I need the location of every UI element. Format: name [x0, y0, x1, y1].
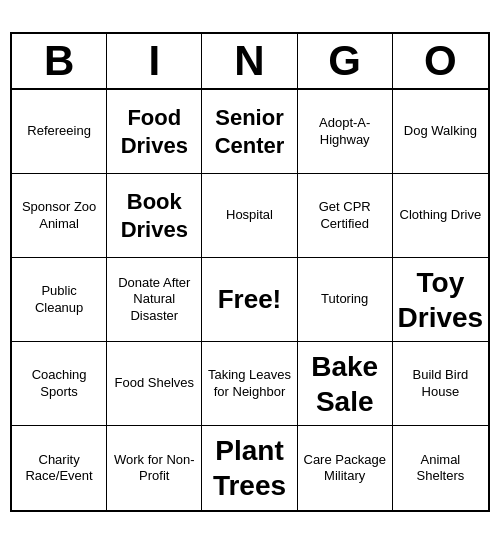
- bingo-cell: Toy Drives: [393, 258, 488, 342]
- bingo-cell: Food Drives: [107, 90, 202, 174]
- bingo-cell: Dog Walking: [393, 90, 488, 174]
- bingo-cell: Senior Center: [202, 90, 297, 174]
- bingo-card: BINGO RefereeingFood DrivesSenior Center…: [10, 32, 490, 512]
- bingo-cell: Donate After Natural Disaster: [107, 258, 202, 342]
- bingo-grid: RefereeingFood DrivesSenior CenterAdopt-…: [12, 90, 488, 510]
- bingo-cell: Charity Race/Event: [12, 426, 107, 510]
- bingo-header: BINGO: [12, 34, 488, 90]
- bingo-cell: Hospital: [202, 174, 297, 258]
- bingo-cell: Coaching Sports: [12, 342, 107, 426]
- bingo-cell: Get CPR Certified: [298, 174, 393, 258]
- bingo-cell: Refereeing: [12, 90, 107, 174]
- bingo-cell: Plant Trees: [202, 426, 297, 510]
- bingo-cell: Build Bird House: [393, 342, 488, 426]
- bingo-cell: Sponsor Zoo Animal: [12, 174, 107, 258]
- bingo-cell: Free!: [202, 258, 297, 342]
- header-letter: I: [107, 34, 202, 88]
- bingo-cell: Work for Non-Profit: [107, 426, 202, 510]
- bingo-cell: Clothing Drive: [393, 174, 488, 258]
- header-letter: B: [12, 34, 107, 88]
- bingo-cell: Adopt-A-Highway: [298, 90, 393, 174]
- bingo-cell: Public Cleanup: [12, 258, 107, 342]
- header-letter: G: [298, 34, 393, 88]
- bingo-cell: Book Drives: [107, 174, 202, 258]
- header-letter: N: [202, 34, 297, 88]
- bingo-cell: Taking Leaves for Neighbor: [202, 342, 297, 426]
- bingo-cell: Animal Shelters: [393, 426, 488, 510]
- header-letter: O: [393, 34, 488, 88]
- bingo-cell: Food Shelves: [107, 342, 202, 426]
- bingo-cell: Tutoring: [298, 258, 393, 342]
- bingo-cell: Bake Sale: [298, 342, 393, 426]
- bingo-cell: Care Package Military: [298, 426, 393, 510]
